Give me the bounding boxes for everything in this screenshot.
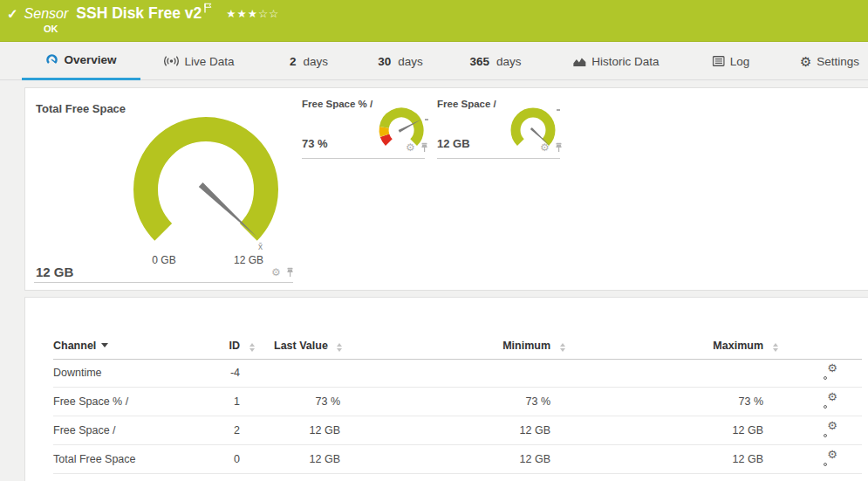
stars-filled: ★★★ [226, 8, 258, 20]
tab-30-days-number: 30 [378, 55, 391, 68]
column-header-channel-label: Channel [53, 340, 96, 352]
channel-settings-gear-icon[interactable]: ⚙ [824, 395, 837, 409]
main-gauge-title: Total Free Space [36, 102, 126, 115]
pin-icon[interactable] [554, 142, 564, 153]
column-header-channel[interactable]: Channel [53, 340, 108, 352]
graph-settings-gear-icon[interactable]: ⚙ [406, 142, 415, 153]
tab-365-days[interactable]: 365 days [461, 42, 530, 80]
channel-minimum [461, 359, 550, 388]
tab-2-days[interactable]: 2 days [281, 42, 337, 80]
channel-table-panel: Channel ID Last Value Minimum Maximum Do… [24, 297, 868, 481]
graph-settings-gear-icon[interactable]: ⚙ [271, 267, 281, 278]
channel-settings-gear-icon[interactable]: ⚙ [824, 424, 837, 438]
tab-365-days-number: 365 [469, 55, 489, 68]
percent-gauge-value: 73 % [302, 137, 328, 150]
flag-icon[interactable] [204, 3, 212, 13]
status-check-icon: ✓ [7, 6, 18, 22]
sensor-title: SSH Disk Free v2 [76, 4, 202, 23]
table-row-total-free-space[interactable]: Total Free Space 0 12 GB 12 GB 12 GB ⚙ [53, 445, 862, 474]
tab-30-days[interactable]: 30 days [369, 42, 432, 80]
channel-id: 0 [165, 445, 240, 474]
channel-maximum [674, 359, 763, 388]
channel-minimum: 12 GB [461, 445, 550, 474]
area-chart-icon [572, 56, 586, 67]
channel-minimum: 12 GB [461, 416, 550, 445]
tab-overview[interactable]: Overview [22, 42, 140, 80]
tab-2-days-number: 2 [290, 55, 297, 68]
sensor-kind-label: Sensor [24, 6, 69, 22]
percent-gauge-title: Free Space % / [302, 99, 372, 109]
sensor-header: ✓ Sensor SSH Disk Free v2 ★★★☆☆ OK [0, 0, 868, 42]
sort-desc-icon [101, 343, 108, 347]
channel-id: -4 [165, 359, 240, 388]
status-badge: OK [44, 24, 58, 34]
column-header-last-value[interactable]: Last Value [274, 340, 328, 352]
pin-icon[interactable] [285, 267, 295, 278]
tab-settings-label: Settings [817, 55, 859, 68]
channel-name: Downtime [53, 359, 102, 388]
channel-maximum: 73 % [674, 388, 763, 416]
gauge-icon [45, 53, 58, 66]
column-header-maximum[interactable]: Maximum [674, 340, 763, 352]
channel-id: 2 [165, 416, 240, 445]
stars-empty: ☆☆ [258, 8, 279, 20]
table-row-free-space-percent[interactable]: Free Space % / 1 73 % 73 % 73 % ⚙ [53, 388, 862, 416]
sort-icon[interactable] [560, 343, 565, 352]
tab-settings[interactable]: ⚙ Settings [791, 42, 868, 80]
sort-icon[interactable] [773, 343, 778, 352]
tab-30-days-unit: days [398, 55, 423, 68]
average-tick [557, 109, 560, 111]
channel-last-value: 73 % [265, 388, 340, 416]
main-gauge-value: 12 GB [36, 265, 73, 279]
tab-log[interactable]: Log [704, 42, 759, 80]
table-row-downtime[interactable]: Downtime -4 ⚙ [53, 359, 862, 388]
channel-maximum: 12 GB [674, 416, 763, 445]
channel-settings-gear-icon[interactable]: ⚙ [824, 367, 837, 381]
sort-icon[interactable] [249, 343, 255, 352]
tab-live-data-label: Live Data [184, 55, 234, 68]
channel-last-value: 12 GB [265, 416, 340, 445]
tab-overview-label: Overview [64, 53, 116, 66]
average-marker: x̄ [258, 242, 263, 251]
graph-settings-gear-icon[interactable]: ⚙ [540, 142, 550, 153]
main-gauge-scale-max: 12 GB [227, 254, 270, 266]
sort-icon[interactable] [337, 343, 342, 352]
settings-gear-icon: ⚙ [800, 55, 811, 68]
tab-2-days-unit: days [303, 55, 328, 68]
channel-settings-gear-icon[interactable]: ⚙ [824, 453, 837, 467]
average-tick [425, 119, 428, 120]
tab-historic-data-label: Historic Data [591, 55, 659, 68]
channel-id: 1 [165, 388, 240, 416]
channel-maximum: 12 GB [674, 445, 763, 474]
free-gauge-title: Free Space / [437, 99, 496, 109]
column-header-id[interactable]: ID [165, 340, 240, 352]
column-header-minimum[interactable]: Minimum [461, 340, 550, 352]
main-gauge-scale-min: 0 GB [142, 254, 186, 266]
tab-bar: Overview Live Data 2 days 30 days 365 da… [0, 42, 868, 80]
channel-rows: Downtime -4 ⚙ Free Space % / 1 73 % 73 %… [53, 359, 862, 474]
channel-name: Total Free Space [53, 445, 136, 474]
channel-name: Free Space % / [53, 388, 128, 416]
table-row-free-space[interactable]: Free Space / 2 12 GB 12 GB 12 GB ⚙ [53, 416, 862, 445]
log-list-icon [713, 56, 725, 66]
free-gauge-value: 12 GB [437, 137, 470, 150]
overview-panel: Total Free Space x̄ 0 GB 12 GB 12 GB ⚙ F… [24, 87, 868, 291]
tab-live-data[interactable]: Live Data [154, 42, 243, 80]
channel-last-value: 12 GB [265, 445, 340, 474]
tab-historic-data[interactable]: Historic Data [564, 42, 667, 80]
channel-minimum: 73 % [461, 388, 550, 416]
channel-name: Free Space / [53, 416, 116, 445]
pin-icon[interactable] [420, 142, 429, 153]
broadcast-icon [163, 55, 179, 67]
priority-stars[interactable]: ★★★☆☆ [226, 7, 279, 20]
channel-last-value [265, 359, 340, 388]
tab-log-label: Log [730, 55, 750, 68]
tab-365-days-unit: days [496, 55, 522, 68]
